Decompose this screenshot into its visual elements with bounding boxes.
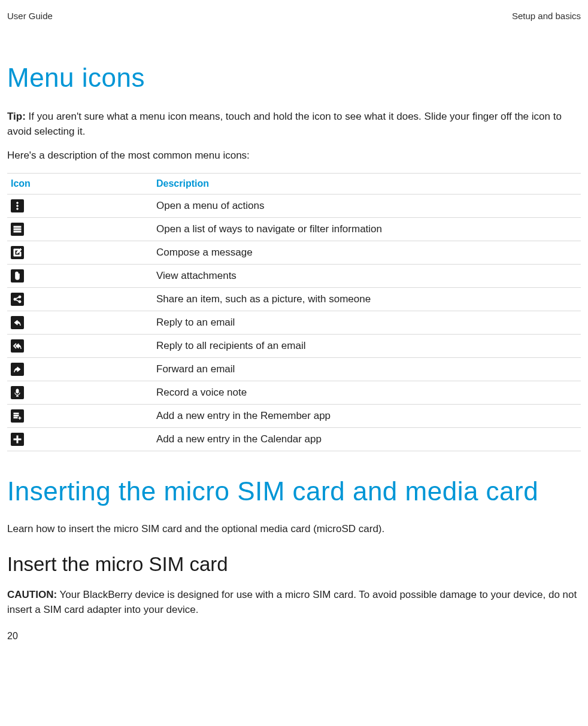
table-intro: Here's a description of the most common … [7, 148, 581, 163]
subhead-insert-sim: Insert the micro SIM card [7, 553, 581, 576]
reply-all-icon [11, 339, 24, 353]
caution-text: Your BlackBerry device is designed for u… [7, 589, 577, 615]
table-row: Open a menu of actions [7, 194, 581, 217]
table-row: Reply to an email [7, 311, 581, 334]
attachment-icon [11, 269, 24, 282]
svg-rect-4 [14, 229, 21, 230]
table-row: View attachments [7, 264, 581, 287]
header-left: User Guide [7, 11, 53, 21]
table-row: Reply to all recipients of an email [7, 334, 581, 357]
svg-point-8 [19, 300, 21, 303]
svg-point-1 [17, 205, 19, 207]
table-row: Share an item, such as a picture, with s… [7, 287, 581, 311]
svg-rect-9 [16, 389, 19, 393]
caution-paragraph: CAUTION: Your BlackBerry device is desig… [7, 588, 581, 617]
row-desc: Open a list of ways to navigate or filte… [153, 217, 581, 241]
table-row: Forward an email [7, 357, 581, 381]
svg-rect-12 [14, 417, 17, 418]
list-icon [11, 223, 24, 236]
tip-label: Tip: [7, 111, 26, 122]
compose-icon [11, 246, 24, 259]
table-row: Compose a message [7, 241, 581, 264]
header-right: Setup and basics [512, 11, 581, 21]
row-desc: Record a voice note [153, 381, 581, 404]
svg-rect-3 [14, 226, 21, 227]
row-desc: Open a menu of actions [153, 194, 581, 217]
svg-rect-11 [14, 415, 19, 416]
reply-icon [11, 316, 24, 329]
row-desc: Add a new entry in the Calendar app [153, 427, 581, 451]
svg-point-0 [17, 202, 19, 204]
row-desc: Reply to an email [153, 311, 581, 334]
table-row: Add a new entry in the Remember app [7, 404, 581, 427]
caution-label: CAUTION: [7, 589, 57, 600]
row-desc: Compose a message [153, 241, 581, 264]
col-icon: Icon [7, 173, 153, 194]
svg-rect-5 [14, 231, 21, 232]
microphone-icon [11, 386, 24, 399]
forward-icon [11, 363, 24, 376]
row-desc: View attachments [153, 264, 581, 287]
icon-table: Icon Description Open a menu of actions … [7, 173, 581, 451]
table-row: Add a new entry in the Calendar app [7, 427, 581, 451]
tip-text: If you aren't sure what a menu icon mean… [7, 111, 562, 137]
section-title-menu-icons: Menu icons [7, 63, 581, 93]
add-plus-icon [11, 433, 24, 446]
table-row: Record a voice note [7, 381, 581, 404]
overflow-icon [11, 199, 24, 212]
row-desc: Add a new entry in the Remember app [153, 404, 581, 427]
svg-point-7 [19, 296, 21, 298]
svg-rect-10 [14, 413, 19, 414]
table-header-row: Icon Description [7, 173, 581, 194]
sim-intro: Learn how to insert the micro SIM card a… [7, 522, 581, 537]
page-number: 20 [7, 631, 581, 642]
section-title-sim: Inserting the micro SIM card and media c… [7, 475, 581, 508]
table-row: Open a list of ways to navigate or filte… [7, 217, 581, 241]
tip-paragraph: Tip: If you aren't sure what a menu icon… [7, 110, 581, 139]
svg-rect-14 [14, 439, 21, 440]
page-header: User Guide Setup and basics [7, 11, 581, 21]
add-note-icon [11, 409, 24, 423]
col-description: Description [153, 173, 581, 194]
share-icon [11, 293, 24, 306]
svg-point-2 [17, 208, 19, 210]
row-desc: Forward an email [153, 357, 581, 381]
row-desc: Share an item, such as a picture, with s… [153, 287, 581, 311]
row-desc: Reply to all recipients of an email [153, 334, 581, 357]
